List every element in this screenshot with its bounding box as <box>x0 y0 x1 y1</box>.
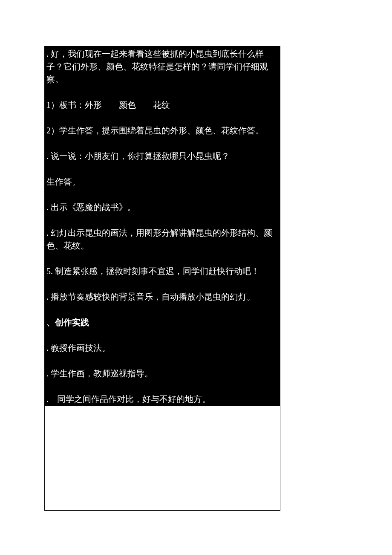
row-gap <box>45 381 280 392</box>
row-gap <box>45 189 280 200</box>
paragraph: . 说一说：小朋友们，你打算拯救哪只小昆虫呢？ <box>45 149 280 163</box>
row-gap <box>45 253 280 264</box>
row-gap <box>45 214 280 225</box>
paragraph: . 教授作画技法。 <box>45 341 280 355</box>
paragraph: 1）板书：外形 颜色 花纹 <box>45 98 280 112</box>
paragraph: . 同学之间作品作对比，好与不好的地方。 <box>45 392 280 406</box>
paragraph: . 播放节奏感较快的背景音乐，自动播放小昆虫的幻灯。 <box>45 289 280 304</box>
section-heading: 、创作实践 <box>45 315 280 330</box>
row-gap <box>45 163 280 174</box>
row-gap <box>45 87 280 98</box>
paragraph: . 好，我们现在一起来看看这些被抓的小昆虫到底长什么样子？它们外形、颜色、花纹特… <box>45 46 280 87</box>
paragraph: 2）学生作答，提示围绕着昆虫的外形、颜色、花纹作答。 <box>45 123 280 138</box>
row-gap <box>45 330 280 341</box>
document-page: . 好，我们现在一起来看看这些被抓的小昆虫到底长什么样子？它们外形、颜色、花纹特… <box>0 0 392 555</box>
row-gap <box>45 278 280 289</box>
row-gap <box>45 138 280 149</box>
paragraph: . 出示《恶魔的战书》。 <box>45 200 280 214</box>
paragraph: . 学生作画，教师巡视指导。 <box>45 366 280 381</box>
content-table: . 好，我们现在一起来看看这些被抓的小昆虫到底长什么样子？它们外形、颜色、花纹特… <box>44 46 280 511</box>
row-gap <box>45 304 280 315</box>
paragraph: . 幻灯出示昆虫的画法，用图形分解讲解昆虫的外形结构、颜色、花纹。 <box>45 225 280 253</box>
row-gap <box>45 355 280 366</box>
paragraph: 生作答。 <box>45 174 280 189</box>
paragraph: 5. 制造紧张感，拯救时刻事不宜迟，同学们赶快行动吧！ <box>45 264 280 278</box>
row-gap <box>45 112 280 123</box>
